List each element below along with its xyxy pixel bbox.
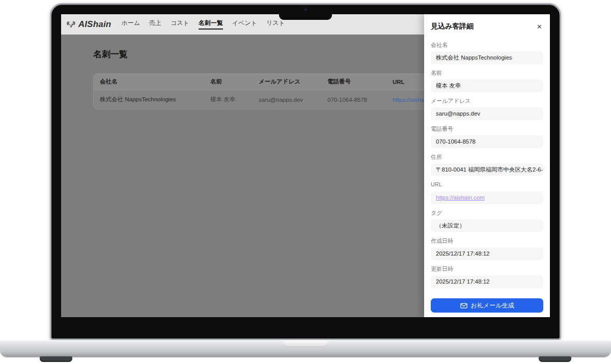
cell-email: saru@napps.dev	[253, 97, 321, 103]
field-value-tags: （未設定）	[431, 219, 543, 232]
field-value-email: saru@napps.dev	[431, 107, 543, 120]
field-phone: 電話番号 070-1064-8578	[431, 125, 543, 148]
field-label: 更新日時	[431, 265, 543, 272]
stage: 🐶 AIShain ホーム 売上 コスト 名刺一覧 イベント リスト 名刺一覧 …	[0, 0, 611, 364]
brand-name: AIShain	[78, 19, 112, 30]
field-address: 住所 〒810-0041 福岡県福岡市中央区大名2-6-11	[431, 153, 543, 176]
field-url: URL https://aishain.com	[431, 181, 543, 204]
field-label: 会社名	[431, 41, 543, 48]
nav-item-home[interactable]: ホーム	[121, 19, 140, 30]
laptop-foot-right	[539, 356, 571, 362]
col-header-email: メールアドレス	[253, 78, 321, 86]
field-value-name: 榎本 友幸	[431, 79, 543, 92]
field-label: 電話番号	[431, 125, 543, 132]
panel-title: 見込み客詳細	[431, 22, 474, 31]
field-name: 名前 榎本 友幸	[431, 69, 543, 92]
laptop-foot-left	[40, 356, 72, 362]
field-label: タグ	[431, 209, 543, 216]
field-company: 会社名 株式会社 NappsTechnologies	[431, 41, 543, 64]
nav-item-cost[interactable]: コスト	[171, 19, 189, 30]
field-value-updated-at: 2025/12/17 17:48:12	[431, 275, 543, 288]
envelope-icon	[460, 303, 467, 309]
button-label: お礼メール生成	[471, 301, 514, 310]
cell-company: 株式会社 NappsTechnologies	[94, 96, 204, 103]
field-tags: タグ （未設定）	[431, 209, 543, 232]
col-header-phone: 電話番号	[321, 78, 386, 86]
webcam-icon	[303, 8, 308, 12]
screen: 🐶 AIShain ホーム 売上 コスト 名刺一覧 イベント リスト 名刺一覧 …	[61, 14, 550, 317]
nav-item-list[interactable]: リスト	[266, 19, 285, 30]
col-header-company: 会社名	[94, 78, 204, 86]
nav-item-business-cards[interactable]: 名刺一覧	[199, 19, 223, 30]
field-label: URL	[431, 181, 543, 188]
laptop-base-notch	[283, 340, 328, 347]
shiba-dog-logo-icon: 🐶	[66, 20, 76, 28]
field-value-address: 〒810-0041 福岡県福岡市中央区大名2-6-11	[431, 163, 543, 176]
close-icon[interactable]: ✕	[536, 22, 543, 31]
prospect-detail-panel: 見込み客詳細 ✕ 会社名 株式会社 NappsTechnologies 名前 榎…	[424, 14, 550, 317]
cell-name: 榎本 友幸	[204, 96, 253, 103]
panel-url-link[interactable]: https://aishain.com	[436, 194, 485, 201]
nav-item-events[interactable]: イベント	[232, 19, 257, 30]
col-header-name: 名前	[204, 78, 253, 86]
nav-links: ホーム 売上 コスト 名刺一覧 イベント リスト	[121, 19, 285, 30]
detail-fields: 会社名 株式会社 NappsTechnologies 名前 榎本 友幸 メールア…	[431, 36, 543, 288]
display-notch	[279, 13, 332, 20]
field-created-at: 作成日時 2025/12/17 17:48:12	[431, 237, 543, 260]
brand[interactable]: 🐶 AIShain	[66, 19, 111, 30]
field-label: 作成日時	[431, 237, 543, 244]
field-value-created-at: 2025/12/17 17:48:12	[431, 247, 543, 260]
field-email: メールアドレス saru@napps.dev	[431, 97, 543, 120]
field-value-phone: 070-1064-8578	[431, 135, 543, 148]
field-label: 名前	[431, 69, 543, 76]
field-value-company: 株式会社 NappsTechnologies	[431, 51, 543, 64]
field-label: 住所	[431, 153, 543, 160]
panel-header: 見込み客詳細 ✕	[431, 22, 543, 31]
field-updated-at: 更新日時 2025/12/17 17:48:12	[431, 265, 543, 288]
cell-phone: 070-1064-8578	[321, 97, 386, 103]
field-value-url: https://aishain.com	[431, 191, 543, 204]
field-label: メールアドレス	[431, 97, 543, 104]
nav-item-sales[interactable]: 売上	[149, 19, 161, 30]
generate-thanks-mail-button[interactable]: お礼メール生成	[431, 298, 543, 313]
